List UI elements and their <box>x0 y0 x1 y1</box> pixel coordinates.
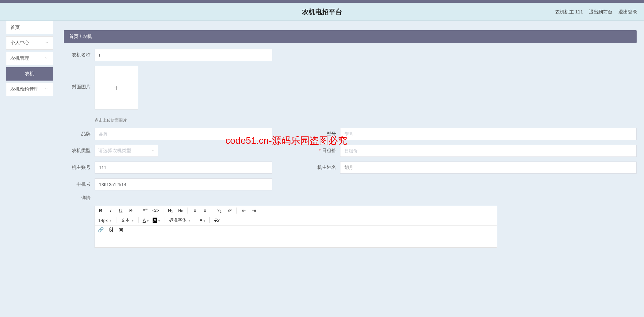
model-input[interactable] <box>340 128 637 140</box>
video-icon[interactable]: ▣ <box>118 227 124 232</box>
owner-name-input[interactable] <box>340 162 637 174</box>
subscript-icon[interactable]: x₂ <box>216 208 222 213</box>
editor-toolbar-1: B I U S ❝❞ </> H₁ H₂ ≡ ≡ x₂ x² <box>95 206 497 215</box>
sidebar-item-profile[interactable]: 个人中心﹀ <box>6 36 53 50</box>
editor-toolbar-2: 14px ▾ 文本 ▾ A ▾ A ▾ 标准字体 ▾ ≡ ▾ Tx <box>95 215 497 226</box>
ordered-list-icon[interactable]: ≡ <box>192 208 198 213</box>
sidebar: 首页 个人中心﹀ 农机管理﹀ 农机 农机预约管理﹀ <box>0 21 54 317</box>
text-type-select[interactable]: 文本 ▾ <box>120 217 134 224</box>
main-content: 首页 / 农机 农机名称 封面图片 ＋ 点击上传封面图片 品牌 <box>54 21 644 317</box>
brand-input[interactable] <box>95 128 272 140</box>
chevron-down-icon: ▾ <box>132 219 133 222</box>
chevron-down-icon: ﹀ <box>45 41 49 45</box>
underline-icon[interactable]: U <box>118 208 124 213</box>
superscript-icon[interactable]: x² <box>226 208 232 213</box>
italic-icon[interactable]: I <box>108 208 114 213</box>
clear-format-icon[interactable]: Tx <box>214 218 220 223</box>
brand-label: 品牌 <box>64 131 91 137</box>
phone-input[interactable] <box>95 178 272 190</box>
upload-button[interactable]: ＋ <box>95 66 138 109</box>
editor-body[interactable] <box>95 234 497 247</box>
phone-label: 手机号 <box>64 181 91 187</box>
model-label: 型号 <box>309 131 336 137</box>
logout-link[interactable]: 退出登录 <box>619 3 637 21</box>
upload-tip: 点击上传封面图片 <box>95 118 138 123</box>
sidebar-item-reserve-mgmt[interactable]: 农机预约管理﹀ <box>6 83 53 96</box>
image-icon[interactable]: 🖼 <box>108 227 114 232</box>
align-icon[interactable]: ≡ ▾ <box>199 218 205 223</box>
name-label: 农机名称 <box>64 52 91 58</box>
chevron-down-icon: ﹀ <box>45 56 49 61</box>
chevron-down-icon: ▾ <box>189 219 190 222</box>
indent-right-icon[interactable]: ⇥ <box>251 208 257 213</box>
detail-label: 详情 <box>64 195 91 201</box>
type-label: 农机类型 <box>64 148 91 154</box>
code-icon[interactable]: </> <box>152 208 159 213</box>
owner-name-label: 机主姓名 <box>309 165 336 171</box>
h2-icon[interactable]: H₂ <box>177 208 183 213</box>
bold-icon[interactable]: B <box>98 208 104 213</box>
font-size-select[interactable]: 14px ▾ <box>98 217 112 224</box>
chevron-down-icon: ﹀ <box>151 148 155 153</box>
sidebar-item-machine-mgmt[interactable]: 农机管理﹀ <box>6 52 53 65</box>
h1-icon[interactable]: H₁ <box>167 208 173 213</box>
font-color-icon[interactable]: A ▾ <box>143 218 149 223</box>
sidebar-item-home[interactable]: 首页 <box>6 21 53 34</box>
type-select[interactable]: 请选择农机类型﹀ <box>95 145 158 157</box>
breadcrumb: 首页 / 农机 <box>64 30 637 43</box>
link-icon[interactable]: 🔗 <box>98 227 104 232</box>
indent-left-icon[interactable]: ⇤ <box>241 208 247 213</box>
plus-icon: ＋ <box>112 82 120 93</box>
unordered-list-icon[interactable]: ≡ <box>202 208 208 213</box>
cover-label: 封面图片 <box>64 84 91 90</box>
rent-input[interactable] <box>340 145 637 157</box>
quote-icon[interactable]: ❝❞ <box>142 208 148 213</box>
rent-label: 日租价 <box>309 148 336 154</box>
strike-icon[interactable]: S <box>128 208 134 213</box>
rich-editor: B I U S ❝❞ </> H₁ H₂ ≡ ≡ x₂ x² <box>95 206 497 248</box>
to-frontend-link[interactable]: 退出到前台 <box>589 3 612 21</box>
editor-toolbar-3: 🔗 🖼 ▣ <box>95 226 497 234</box>
sidebar-item-machine[interactable]: 农机 <box>6 67 53 81</box>
page-title: 农机电招平台 <box>302 3 342 21</box>
owner-account-input[interactable] <box>95 162 272 174</box>
chevron-down-icon: ﹀ <box>45 87 49 92</box>
owner-account-label: 机主账号 <box>64 165 91 171</box>
form: 农机名称 封面图片 ＋ 点击上传封面图片 品牌 型号 <box>64 43 637 254</box>
name-input[interactable] <box>95 49 272 61</box>
user-label[interactable]: 农机机主 111 <box>555 3 583 21</box>
header: 农机电招平台 农机机主 111 退出到前台 退出登录 <box>0 3 644 21</box>
chevron-down-icon: ▾ <box>110 219 111 222</box>
font-family-select[interactable]: 标准字体 ▾ <box>168 217 191 224</box>
bg-color-icon[interactable]: A ▾ <box>153 218 160 223</box>
